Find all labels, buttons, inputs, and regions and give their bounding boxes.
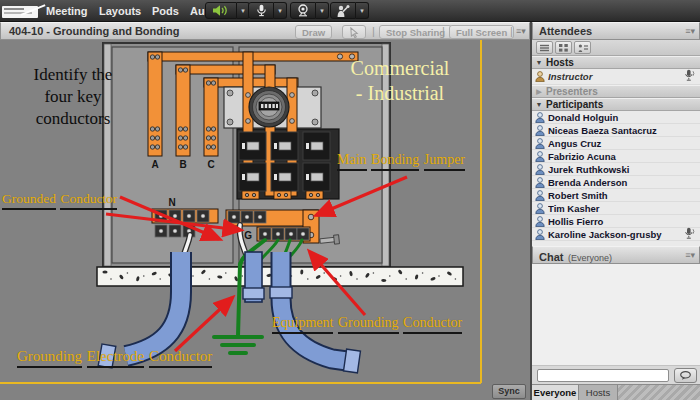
chat-input-row [532, 366, 700, 384]
microphone-button[interactable] [248, 2, 274, 19]
list-item[interactable]: Niceas Baeza Santacruz [532, 124, 700, 137]
attendee-name: Jurek Ruthkowski [548, 164, 684, 175]
webcam-dropdown[interactable]: ▾ [316, 2, 329, 19]
avatar [535, 216, 545, 227]
status-view-button[interactable] [574, 41, 591, 54]
menu-pods[interactable]: Pods [152, 0, 179, 22]
section-header-presenters[interactable]: ▶Presenters [532, 85, 700, 98]
avatar [535, 203, 545, 214]
avatar [535, 71, 545, 82]
list-item[interactable]: Donald Holguin [532, 111, 700, 124]
chat-messages [532, 264, 700, 366]
send-chat-button[interactable] [674, 368, 697, 383]
list-item[interactable]: Karoline Jackson-grusby [532, 228, 700, 241]
attendees-pod-header: Attendees ≡▾ [532, 22, 700, 40]
avatar [535, 190, 545, 201]
attendee-name: Fabrizio Acuna [548, 151, 684, 162]
list-view-icon [540, 44, 549, 52]
avatar [535, 125, 545, 136]
chat-tabstrip: Everyone Hosts [532, 384, 700, 400]
label-grounded-conductor: Grounded Conductor [2, 191, 118, 210]
attendee-name: Karoline Jackson-grusby [548, 229, 684, 240]
attendee-name: Robert Smith [548, 190, 684, 201]
attendee-name: Tim Kasher [548, 203, 684, 214]
right-column: Attendees ≡▾ ▼HostsInstructor▶Presenters… [530, 22, 700, 400]
list-item[interactable]: Instructor [532, 69, 700, 85]
attendee-name: Brenda Anderson [548, 177, 684, 188]
attendee-name: Instructor [548, 71, 684, 82]
list-item[interactable]: Robert Smith [532, 189, 700, 202]
heading-text: Commercial - Industrial [330, 56, 470, 106]
chat-input[interactable] [537, 369, 669, 382]
pointer-button[interactable] [342, 25, 366, 39]
chat-pod-header: Chat (Everyone) ≡▾ [532, 246, 700, 264]
sync-button[interactable]: Sync [492, 384, 526, 399]
microphone-icon [256, 4, 267, 17]
expand-triangle-icon: ▶ [532, 88, 546, 96]
raise-hand-dropdown[interactable]: ▾ [356, 2, 369, 19]
header-separator: | [510, 25, 513, 37]
section-label: Hosts [546, 57, 574, 68]
list-item[interactable]: Fabrizio Acuna [532, 150, 700, 163]
menu-layouts[interactable]: Layouts [99, 0, 141, 22]
tab-everyone[interactable]: Everyone [532, 385, 579, 400]
label-main-bonding-jumper: Main Bonding Jumper [337, 152, 466, 171]
raise-hand-icon [336, 4, 350, 17]
chat-bubble-icon [680, 371, 691, 380]
speaker-icon [212, 4, 230, 17]
phase-label-b: B [179, 159, 186, 170]
section-header-participants[interactable]: ▼Participants [532, 98, 700, 111]
electric-meter [249, 87, 289, 127]
chat-title: Chat [539, 251, 563, 263]
attendee-name: Angus Cruz [548, 138, 684, 149]
adobe-connect-window: Meeting Layouts Pods Audio ▾ [0, 0, 700, 400]
status-view-icon [578, 44, 588, 52]
attendee-name: Hollis Fierro [548, 216, 684, 227]
list-view-button[interactable] [536, 41, 553, 54]
list-item[interactable]: Angus Cruz [532, 137, 700, 150]
section-header-hosts[interactable]: ▼Hosts [532, 56, 700, 69]
microphone-icon [684, 69, 695, 82]
grid-view-button[interactable] [555, 41, 572, 54]
phase-label-c: C [207, 159, 214, 170]
speaker-button[interactable] [205, 2, 237, 19]
phase-label-a: A [151, 159, 158, 170]
list-item[interactable]: Hollis Fierro [532, 215, 700, 228]
logo [2, 3, 42, 19]
attendees-pod-menu-icon[interactable]: ≡▾ [685, 23, 695, 40]
raise-hand-button[interactable] [330, 2, 356, 19]
header-separator: | [442, 25, 445, 37]
share-pod-title: 404-10 - Grounding and Bonding [9, 23, 180, 40]
list-item[interactable]: Tim Kasher [532, 202, 700, 215]
share-pod-content: A B C [0, 40, 530, 400]
menu-bar: Meeting Layouts Pods Audio ▾ [0, 0, 700, 22]
label-grounding-electrode-conductor: Grounding Electrode Conductor [17, 348, 213, 368]
attendee-name: Niceas Baeza Santacruz [548, 125, 684, 136]
list-item[interactable]: Jurek Ruthkowski [532, 163, 700, 176]
full-screen-button[interactable]: Full Screen [449, 25, 514, 39]
attendee-name: Donald Holguin [548, 112, 684, 123]
share-pod-menu-icon[interactable]: ≡▾ [516, 23, 526, 40]
microphone-icon [684, 227, 695, 240]
chat-pod-menu-icon[interactable]: ≡▾ [685, 247, 695, 264]
menu-meeting[interactable]: Meeting [46, 0, 88, 22]
attendees-toolbar [532, 40, 700, 56]
chat-scope: (Everyone) [568, 253, 612, 263]
webcam-button[interactable] [290, 2, 316, 19]
tab-hosts[interactable]: Hosts [579, 385, 618, 400]
collapse-triangle-icon: ▼ [532, 59, 546, 66]
attendees-list: ▼HostsInstructor▶Presenters▼Participants… [532, 56, 700, 246]
section-label: Presenters [546, 86, 598, 97]
draw-button[interactable]: Draw [295, 25, 332, 39]
pointer-icon [349, 27, 360, 38]
avatar [535, 164, 545, 175]
avatar [535, 138, 545, 149]
avatar [535, 112, 545, 123]
header-separator: | [372, 25, 375, 37]
grid-view-icon [559, 44, 568, 52]
prompt-text: Identify the four key conductors [6, 64, 140, 130]
webcam-icon [296, 4, 310, 17]
avatar [535, 177, 545, 188]
list-item[interactable]: Brenda Anderson [532, 176, 700, 189]
microphone-dropdown[interactable]: ▾ [274, 2, 287, 19]
